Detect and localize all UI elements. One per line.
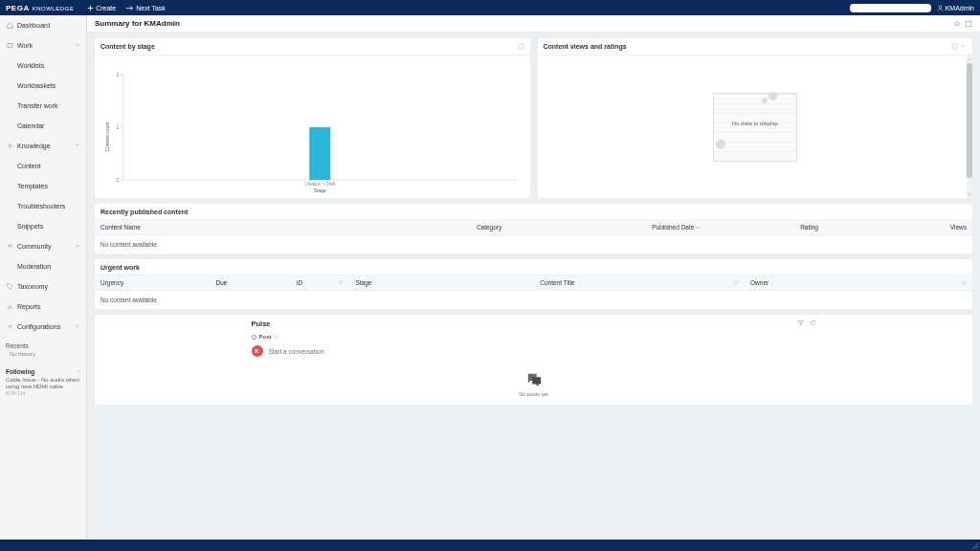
expand-icon[interactable]: [965, 18, 972, 30]
logo[interactable]: PEGA KNOWLEDGE: [0, 4, 79, 12]
svg-rect-8: [966, 21, 971, 27]
svg-point-2: [9, 144, 11, 147]
svg-rect-21: [952, 44, 957, 49]
chevron-down-icon: [275, 335, 279, 340]
refresh-icon[interactable]: [810, 320, 816, 328]
nav-configurations-label: Configurations: [17, 323, 60, 330]
svg-point-4: [10, 245, 11, 247]
nav-dashboard[interactable]: Dashboard: [0, 15, 86, 35]
nav-templates[interactable]: Templates: [0, 176, 86, 196]
svg-text:1: 1: [116, 124, 119, 130]
bar-creation-draft[interactable]: [309, 127, 330, 180]
chevron-down-icon: [75, 42, 80, 49]
card-collapse-icon[interactable]: [960, 43, 967, 51]
nav-community[interactable]: Community: [0, 236, 86, 256]
cog-icon: [6, 323, 13, 330]
nav-taxonomy[interactable]: Taxonomy: [0, 276, 86, 297]
nav-worklists[interactable]: Worklists: [0, 55, 86, 76]
nav-community-label: Community: [17, 243, 51, 250]
recent-title: Recently published content: [95, 204, 972, 219]
col-due[interactable]: Due: [210, 276, 290, 290]
col-id[interactable]: ID: [291, 276, 350, 290]
card-title: Content by stage: [100, 43, 155, 50]
nav-snippets[interactable]: Snippets: [0, 216, 86, 236]
svg-text:Creation > Draft: Creation > Draft: [304, 182, 336, 187]
no-content-text: No content available: [95, 291, 972, 309]
home-icon: [6, 22, 13, 29]
search-input[interactable]: [850, 4, 931, 12]
nav-calendar[interactable]: Calendar: [0, 116, 86, 136]
following-item-sub: KCP-114: [6, 390, 80, 396]
no-history: No history: [0, 351, 86, 363]
col-published-date[interactable]: Published Date: [646, 220, 794, 234]
svg-point-0: [939, 5, 942, 8]
card-urgent-work: Urgent work Urgency Due ID Stage Content…: [95, 259, 972, 309]
col-owner[interactable]: Owner: [745, 276, 972, 290]
nav-configurations[interactable]: Configurations: [0, 317, 86, 337]
chevron-right-icon: [75, 323, 80, 330]
following-item[interactable]: Cable Issue - No audio when using new HD…: [6, 377, 80, 396]
col-rating[interactable]: Rating: [794, 220, 897, 234]
community-icon: [6, 243, 13, 250]
col-content-name[interactable]: Content Name: [95, 220, 471, 234]
nav-transfer-work[interactable]: Transfer work: [0, 96, 86, 116]
recents-label: Recents: [0, 337, 86, 351]
work-icon: [6, 42, 13, 49]
bar-chart: Content count 2 1 0 Cr: [95, 55, 530, 198]
chart-icon: [6, 303, 13, 310]
nav-taxonomy-label: Taxonomy: [17, 283, 48, 290]
card-maximize-icon[interactable]: [951, 43, 958, 51]
user-menu[interactable]: KMAdmin: [937, 5, 974, 11]
urgent-title: Urgent work: [95, 259, 972, 275]
filter-icon[interactable]: [338, 280, 344, 286]
create-button[interactable]: Create: [87, 5, 116, 11]
gear-icon: [6, 143, 13, 149]
svg-point-5: [9, 325, 11, 328]
card-content-views-ratings: Content views and ratings No data to dis…: [538, 38, 973, 198]
nav-troubleshooters[interactable]: Troubleshooters: [0, 196, 86, 216]
logo-main: PEGA: [6, 4, 30, 12]
nav-knowledge[interactable]: Knowledge: [0, 136, 86, 156]
nav-work[interactable]: Work: [0, 35, 86, 55]
col-content-title[interactable]: Content Title: [534, 276, 745, 290]
scrollbar[interactable]: [967, 55, 972, 198]
filter-icon[interactable]: [797, 320, 804, 328]
nav-knowledge-label: Knowledge: [17, 143, 51, 149]
radio-icon: [252, 335, 256, 340]
resize-handle[interactable]: [969, 540, 980, 551]
create-label: Create: [96, 5, 116, 11]
compose-input[interactable]: [269, 348, 816, 355]
user-label: KMAdmin: [946, 5, 974, 11]
svg-point-7: [955, 22, 959, 26]
svg-text:0: 0: [116, 177, 119, 183]
card-content-by-stage: Content by stage Content count: [95, 38, 530, 198]
following-settings-icon[interactable]: [77, 368, 82, 375]
next-task-button[interactable]: Next Task: [125, 5, 166, 11]
nav-moderation[interactable]: Moderation: [0, 256, 86, 276]
logo-sub: KNOWLEDGE: [33, 6, 75, 11]
nav-dashboard-label: Dashboard: [17, 22, 50, 29]
nav-content[interactable]: Content: [0, 156, 86, 176]
svg-text:Stage: Stage: [314, 187, 326, 193]
pulse-panel: Pulse Post K: [95, 315, 972, 405]
card-maximize-icon[interactable]: [518, 43, 524, 51]
no-data-text: No data to display: [714, 121, 796, 126]
col-stage[interactable]: Stage: [349, 276, 534, 290]
col-category[interactable]: Category: [471, 220, 646, 234]
user-icon: [937, 5, 944, 11]
pulse-tab-post[interactable]: Post: [252, 332, 816, 342]
filter-icon[interactable]: [961, 280, 967, 286]
footer-bar: [0, 540, 980, 551]
svg-rect-1: [8, 43, 12, 47]
settings-icon[interactable]: [953, 18, 961, 30]
col-views[interactable]: Views: [897, 220, 972, 234]
following-item-title: Cable Issue - No audio when using new HD…: [6, 377, 80, 390]
col-urgency[interactable]: Urgency: [95, 276, 210, 290]
nav-reports[interactable]: Reports: [0, 297, 86, 317]
svg-text:Content count: Content count: [104, 121, 110, 152]
plus-icon: [87, 5, 94, 11]
card-recently-published: Recently published content Content Name …: [95, 204, 972, 253]
nav-workbaskets[interactable]: Workbaskets: [0, 76, 86, 96]
filter-icon[interactable]: [733, 280, 739, 286]
next-task-label: Next Task: [136, 5, 166, 11]
